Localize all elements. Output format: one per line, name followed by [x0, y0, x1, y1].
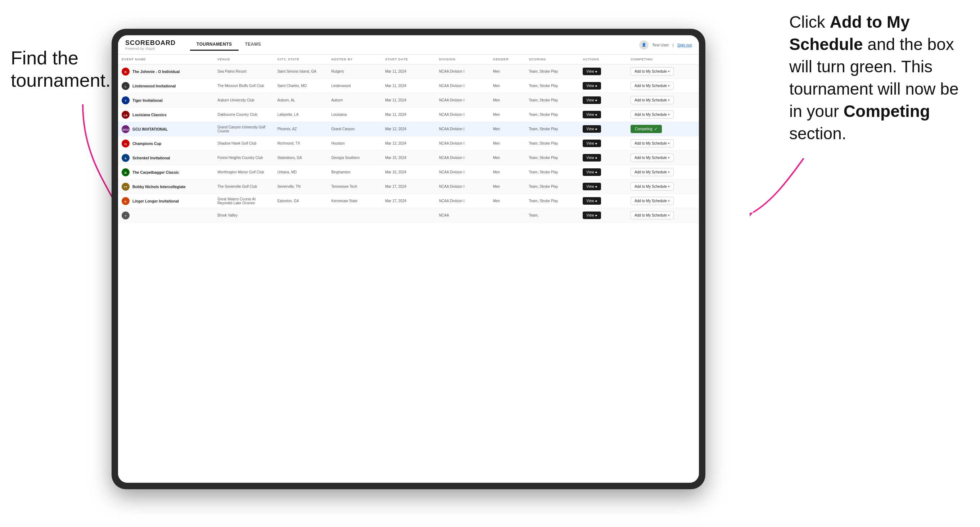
view-button[interactable]: View ● — [583, 140, 601, 147]
add-to-schedule-button[interactable]: Add to My Schedule + — [630, 82, 674, 90]
view-button[interactable]: View ● — [583, 154, 601, 162]
col-header-city: CITY, STATE — [274, 55, 328, 64]
team-logo: GCU — [122, 125, 130, 133]
event-name-text: Linger Longer Invitational — [132, 199, 179, 203]
cell-division: NCAA Division I — [436, 93, 490, 108]
table-row: R The Johnnie - O Individual Sea Palms R… — [118, 64, 699, 79]
add-to-schedule-button[interactable]: Add to My Schedule + — [630, 67, 674, 76]
cell-date — [382, 208, 436, 223]
annotation-right: Click Add to My Schedule and the box wil… — [789, 11, 969, 145]
event-name-cell: LA Louisiana Classics — [122, 111, 210, 119]
competing-button: Competing ✓ — [630, 125, 662, 133]
table-body: R The Johnnie - O Individual Sea Palms R… — [118, 64, 699, 223]
svg-text:K: K — [124, 200, 127, 203]
cell-actions: View ● — [579, 93, 627, 108]
cell-hosted: Rutgers — [328, 64, 382, 79]
view-button[interactable]: View ● — [583, 168, 601, 176]
cell-city: Lafayette, LA — [274, 108, 328, 122]
table-header-row: EVENT NAME VENUE CITY, STATE HOSTED BY S… — [118, 55, 699, 64]
add-to-schedule-button[interactable]: Add to My Schedule + — [630, 139, 674, 148]
cell-competing[interactable]: Add to My Schedule + — [627, 165, 699, 179]
tablet-screen: SCOREBOARD Powered by clippd TOURNAMENTS… — [118, 35, 699, 483]
event-name-cell: H Champions Cup — [122, 140, 210, 148]
svg-text:H: H — [124, 143, 127, 146]
view-button[interactable]: View ● — [583, 125, 601, 133]
add-to-schedule-button[interactable]: Add to My Schedule + — [630, 183, 674, 190]
svg-text:GCU: GCU — [123, 128, 129, 131]
nav-tabs: TOURNAMENTS TEAMS — [190, 39, 267, 51]
view-button[interactable]: View ● — [583, 111, 601, 118]
sign-out-link[interactable]: Sign out — [677, 43, 692, 47]
cell-competing[interactable]: Add to My Schedule + — [627, 151, 699, 165]
add-to-schedule-button[interactable]: Add to My Schedule + — [630, 110, 674, 119]
col-header-division: DIVISION — [436, 55, 490, 64]
cell-event: H Champions Cup — [118, 137, 214, 151]
competing-label: Competing — [635, 127, 652, 131]
cell-scoring: Team, Stroke Play — [525, 108, 579, 122]
cell-city: Saint Charles, MO — [274, 79, 328, 93]
cell-venue: The Sevierville Golf Club — [214, 179, 274, 194]
cell-venue: Auburn University Club — [214, 93, 274, 108]
cell-venue: Forest Heights Country Club — [214, 151, 274, 165]
view-button[interactable]: View ● — [583, 82, 601, 90]
add-to-schedule-button[interactable]: Add to My Schedule + — [630, 168, 674, 176]
event-name-text: Bobby Nichols Intercollegiate — [132, 184, 186, 189]
table-container: EVENT NAME VENUE CITY, STATE HOSTED BY S… — [118, 55, 699, 483]
cell-competing[interactable]: Add to My Schedule + — [627, 179, 699, 194]
cell-hosted: Georgia Southern — [328, 151, 382, 165]
view-button[interactable]: View ● — [583, 68, 601, 75]
cell-scoring: Team, Stroke Play — [525, 151, 579, 165]
table-row: B The Carpetbagger Classic Worthington M… — [118, 165, 699, 179]
cell-competing[interactable]: Add to My Schedule + — [627, 208, 699, 223]
view-button[interactable]: View ● — [583, 97, 601, 104]
table-row: TT Bobby Nichols Intercollegiate The Sev… — [118, 179, 699, 194]
tab-teams[interactable]: TEAMS — [239, 39, 268, 51]
cell-event: K Linger Longer Invitational — [118, 194, 214, 208]
cell-actions: View ● — [579, 194, 627, 208]
team-logo: B — [122, 168, 130, 176]
annotation-left-title: Find the — [11, 47, 111, 69]
col-header-date: START DATE — [382, 55, 436, 64]
view-button[interactable]: View ● — [583, 197, 601, 205]
cell-competing[interactable]: Add to My Schedule + — [627, 108, 699, 122]
cell-competing[interactable]: Add to My Schedule + — [627, 93, 699, 108]
team-logo: S — [122, 154, 130, 162]
svg-text:T: T — [125, 99, 127, 103]
add-to-schedule-button[interactable]: Add to My Schedule + — [630, 211, 674, 219]
cell-city: Urbana, MD — [274, 165, 328, 179]
cell-city: Saint Simons Island, GA — [274, 64, 328, 79]
team-logo: L — [122, 82, 130, 90]
cell-gender: Men — [490, 194, 525, 208]
view-button[interactable]: View ● — [583, 183, 601, 190]
cell-competing[interactable]: Add to My Schedule + — [627, 137, 699, 151]
event-name-cell: GCU GCU INVITATIONAL — [122, 125, 210, 133]
event-name-text: The Carpetbagger Classic — [132, 170, 179, 175]
cell-competing[interactable]: Add to My Schedule + — [627, 64, 699, 79]
svg-text:L: L — [125, 85, 127, 88]
cell-scoring: Team, Stroke Play — [525, 79, 579, 93]
cell-competing[interactable]: Add to My Schedule + — [627, 79, 699, 93]
col-header-actions: ACTIONS — [579, 55, 627, 64]
tab-tournaments[interactable]: TOURNAMENTS — [190, 39, 239, 51]
add-to-schedule-button[interactable]: Add to My Schedule + — [630, 197, 674, 205]
event-name-text: The Johnnie - O Individual — [132, 70, 180, 74]
cell-date: Mar 11, 2024 — [382, 64, 436, 79]
cell-date: Mar 13, 2024 — [382, 137, 436, 151]
cell-hosted: Kennesaw State — [328, 194, 382, 208]
col-header-gender: GENDER — [490, 55, 525, 64]
cell-competing[interactable]: Add to My Schedule + — [627, 194, 699, 208]
add-to-schedule-button[interactable]: Add to My Schedule + — [630, 96, 674, 104]
cell-division: NCAA Division I — [436, 165, 490, 179]
cell-gender: Men — [490, 64, 525, 79]
view-button[interactable]: View ● — [583, 211, 601, 219]
cell-event: L Lindenwood Invitational — [118, 79, 214, 93]
event-name-text: Louisiana Classics — [132, 113, 167, 117]
cell-competing[interactable]: Competing ✓ — [627, 122, 699, 137]
svg-text:R: R — [124, 70, 127, 74]
add-to-schedule-button[interactable]: Add to My Schedule + — [630, 154, 674, 162]
cell-actions: View ● — [579, 79, 627, 93]
cell-scoring: Team, Stroke Play — [525, 93, 579, 108]
event-name-text: GCU INVITATIONAL — [132, 127, 168, 131]
cell-hosted: Houston — [328, 137, 382, 151]
cell-actions: View ● — [579, 165, 627, 179]
